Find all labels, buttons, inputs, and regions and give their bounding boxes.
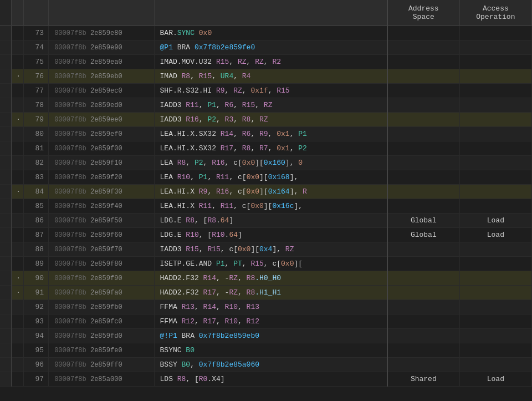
row-gutter bbox=[0, 329, 12, 343]
row-source: @P1 BRA 0x7f8b2e859fe0 bbox=[154, 40, 387, 55]
row-access-op bbox=[459, 242, 531, 257]
row-addr-space bbox=[387, 257, 459, 271]
row-source: LDS R8, [R0.X4] bbox=[154, 372, 387, 387]
row-line-num: 83 bbox=[24, 170, 49, 185]
row-address: 00007f8b 2e859fb0 bbox=[49, 300, 154, 314]
row-access-op bbox=[459, 300, 531, 314]
row-dot: · bbox=[12, 113, 24, 127]
row-addr-space bbox=[387, 69, 459, 84]
row-address: 00007f8b 2e859fa0 bbox=[49, 286, 154, 300]
row-line-num: 89 bbox=[24, 257, 49, 271]
row-address: 00007f8b 2e859f70 bbox=[49, 242, 154, 257]
row-addr-space bbox=[387, 40, 459, 55]
row-gutter bbox=[0, 214, 12, 228]
table-row: 8800007f8b 2e859f70IADD3 R15, R15, c[0x0… bbox=[0, 242, 532, 257]
row-address: 00007f8b 2e859e90 bbox=[49, 40, 154, 55]
row-dot bbox=[12, 372, 24, 387]
row-addr-space bbox=[387, 286, 459, 300]
row-address: 00007f8b 2e859ec0 bbox=[49, 84, 154, 98]
row-line-num: 78 bbox=[24, 98, 49, 113]
row-gutter bbox=[0, 286, 12, 300]
row-access-op: Load bbox=[459, 372, 531, 387]
row-source: IADD3 R15, R15, c[0x0][0x4], RZ bbox=[154, 242, 387, 257]
row-dot bbox=[12, 141, 24, 156]
table-row: 8900007f8b 2e859f80ISETP.GE.AND P1, PT, … bbox=[0, 257, 532, 271]
row-addr-space bbox=[387, 170, 459, 185]
row-line-num: 87 bbox=[24, 228, 49, 242]
row-line-num: 91 bbox=[24, 286, 49, 300]
row-line-num: 96 bbox=[24, 358, 49, 372]
table-row: 8000007f8b 2e859ef0LEA.HI.X.SX32 R14, R6… bbox=[0, 127, 532, 141]
row-source: LDG.E R8, [R8.64] bbox=[154, 214, 387, 228]
row-line-num: 79 bbox=[24, 113, 49, 127]
row-dot bbox=[12, 127, 24, 141]
row-addr-space bbox=[387, 242, 459, 257]
row-source: SHF.R.S32.HI R9, RZ, 0x1f, R15 bbox=[154, 84, 387, 98]
row-addr-space: Shared bbox=[387, 372, 459, 387]
row-addr-space bbox=[387, 127, 459, 141]
row-dot bbox=[12, 98, 24, 113]
row-addr-space bbox=[387, 98, 459, 113]
access-op-col-header: AccessOperation bbox=[459, 0, 531, 26]
row-gutter bbox=[0, 26, 12, 40]
row-source: @!P1 BRA 0x7f8b2e859eb0 bbox=[154, 329, 387, 343]
row-address: 00007f8b 2e859ef0 bbox=[49, 127, 154, 141]
row-access-op bbox=[459, 84, 531, 98]
row-access-op bbox=[459, 113, 531, 127]
row-addr-space bbox=[387, 156, 459, 170]
row-address: 00007f8b 2e859f30 bbox=[49, 185, 154, 199]
row-line-num: 88 bbox=[24, 242, 49, 257]
row-access-op bbox=[459, 286, 531, 300]
dot-col-header bbox=[12, 0, 24, 26]
row-source: FFMA R12, R17, R10, R12 bbox=[154, 314, 387, 329]
table-row: 9500007f8b 2e859fe0BSYNC B0 bbox=[0, 343, 532, 358]
row-dot bbox=[12, 343, 24, 358]
row-line-num: 92 bbox=[24, 300, 49, 314]
row-gutter bbox=[0, 156, 12, 170]
row-gutter bbox=[0, 69, 12, 84]
row-addr-space bbox=[387, 300, 459, 314]
table-row: 8100007f8b 2e859f00LEA.HI.X.SX32 R17, R8… bbox=[0, 141, 532, 156]
row-source: HADD2.F32 R17, -RZ, R8.H1_H1 bbox=[154, 286, 387, 300]
table-row: 7500007f8b 2e859ea0IMAD.MOV.U32 R15, RZ,… bbox=[0, 55, 532, 69]
row-gutter bbox=[0, 55, 12, 69]
row-dot bbox=[12, 300, 24, 314]
row-gutter bbox=[0, 127, 12, 141]
row-dot bbox=[12, 156, 24, 170]
table-row: 7800007f8b 2e859ed0IADD3 R11, P1, R6, R1… bbox=[0, 98, 532, 113]
row-address: 00007f8b 2e859fd0 bbox=[49, 329, 154, 343]
row-address: 00007f8b 2e859f40 bbox=[49, 199, 154, 214]
table-row: 7400007f8b 2e859e90@P1 BRA 0x7f8b2e859fe… bbox=[0, 40, 532, 55]
row-dot bbox=[12, 170, 24, 185]
row-dot bbox=[12, 228, 24, 242]
row-address: 00007f8b 2e859fe0 bbox=[49, 343, 154, 358]
row-source: LEA.HI.X R9, R16, c[0x0][0x164], R bbox=[154, 185, 387, 199]
address-col-header bbox=[49, 0, 154, 26]
table-row: 8700007f8b 2e859f60LDG.E R10, [R10.64]Gl… bbox=[0, 228, 532, 242]
row-address: 00007f8b 2e859f50 bbox=[49, 214, 154, 228]
row-source: ISETP.GE.AND P1, PT, R15, c[0x0][ bbox=[154, 257, 387, 271]
row-access-op bbox=[459, 199, 531, 214]
row-line-num: 95 bbox=[24, 343, 49, 358]
row-addr-space bbox=[387, 141, 459, 156]
row-line-num: 76 bbox=[24, 69, 49, 84]
row-addr-space bbox=[387, 329, 459, 343]
row-dot bbox=[12, 55, 24, 69]
row-access-op bbox=[459, 156, 531, 170]
row-access-op bbox=[459, 40, 531, 55]
table-row: 9700007f8b 2e85a000LDS R8, [R0.X4]Shared… bbox=[0, 372, 532, 387]
row-gutter bbox=[0, 113, 12, 127]
row-access-op: Load bbox=[459, 214, 531, 228]
row-dot bbox=[12, 84, 24, 98]
row-access-op bbox=[459, 185, 531, 199]
row-access-op bbox=[459, 55, 531, 69]
row-source: LEA.HI.X.SX32 R17, R8, R7, 0x1, P2 bbox=[154, 141, 387, 156]
row-addr-space bbox=[387, 84, 459, 98]
table-row: 8500007f8b 2e859f40LEA.HI.X R11, R11, c[… bbox=[0, 199, 532, 214]
row-source: LEA R10, P1, R11, c[0x0][0x168], bbox=[154, 170, 387, 185]
table-row: 9200007f8b 2e859fb0FFMA R13, R14, R10, R… bbox=[0, 300, 532, 314]
row-access-op bbox=[459, 314, 531, 329]
row-dot bbox=[12, 257, 24, 271]
addr-space-col-header: AddressSpace bbox=[387, 0, 459, 26]
row-access-op bbox=[459, 98, 531, 113]
